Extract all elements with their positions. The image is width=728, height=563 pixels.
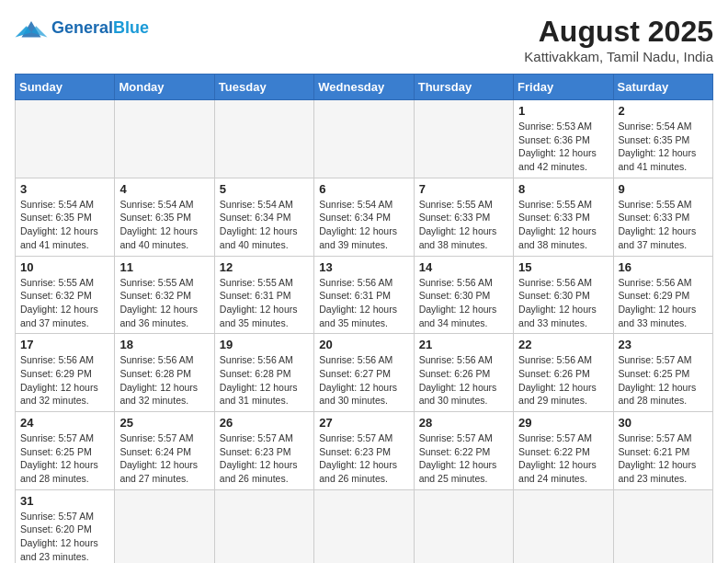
day-info: Sunrise: 5:57 AM Sunset: 6:23 PM Dayligh… [319,431,408,486]
col-saturday: Saturday [613,75,712,100]
table-row: 18Sunrise: 5:56 AM Sunset: 6:28 PM Dayli… [115,334,214,412]
day-info: Sunrise: 5:54 AM Sunset: 6:35 PM Dayligh… [20,198,109,252]
day-info: Sunrise: 5:55 AM Sunset: 6:33 PM Dayligh… [419,198,508,252]
table-row [115,100,214,178]
day-number: 9 [619,182,708,196]
day-number: 7 [419,182,508,196]
table-row: 31Sunrise: 5:57 AM Sunset: 6:20 PM Dayli… [16,489,115,563]
day-number: 5 [220,182,309,196]
day-info: Sunrise: 5:55 AM Sunset: 6:33 PM Dayligh… [619,198,708,252]
table-row: 11Sunrise: 5:55 AM Sunset: 6:32 PM Dayli… [115,256,214,334]
calendar-week-row: 31Sunrise: 5:57 AM Sunset: 6:20 PM Dayli… [16,489,713,563]
table-row [514,489,613,563]
day-number: 20 [319,338,408,351]
day-info: Sunrise: 5:56 AM Sunset: 6:29 PM Dayligh… [20,353,109,408]
day-info: Sunrise: 5:57 AM Sunset: 6:21 PM Dayligh… [619,431,708,486]
table-row: 20Sunrise: 5:56 AM Sunset: 6:27 PM Dayli… [314,334,414,412]
table-row: 8Sunrise: 5:55 AM Sunset: 6:33 PM Daylig… [514,178,613,256]
table-row [115,489,214,563]
day-info: Sunrise: 5:56 AM Sunset: 6:30 PM Dayligh… [419,276,508,330]
day-number: 16 [619,260,708,274]
day-number: 23 [619,338,708,351]
day-info: Sunrise: 5:57 AM Sunset: 6:20 PM Dayligh… [20,510,109,563]
table-row: 13Sunrise: 5:56 AM Sunset: 6:31 PM Dayli… [314,256,414,334]
table-row: 15Sunrise: 5:56 AM Sunset: 6:30 PM Dayli… [514,256,613,334]
table-row: 2Sunrise: 5:54 AM Sunset: 6:35 PM Daylig… [613,100,712,178]
day-info: Sunrise: 5:53 AM Sunset: 6:36 PM Dayligh… [518,120,608,174]
table-row: 16Sunrise: 5:56 AM Sunset: 6:29 PM Dayli… [613,256,712,334]
table-row [214,489,313,563]
table-row: 19Sunrise: 5:56 AM Sunset: 6:28 PM Dayli… [214,334,313,412]
calendar-table: Sunday Monday Tuesday Wednesday Thursday… [15,74,713,563]
day-info: Sunrise: 5:56 AM Sunset: 6:26 PM Dayligh… [518,353,608,408]
day-info: Sunrise: 5:57 AM Sunset: 6:25 PM Dayligh… [20,431,109,486]
table-row: 14Sunrise: 5:56 AM Sunset: 6:30 PM Dayli… [414,256,513,334]
table-row [16,100,115,178]
day-number: 24 [20,416,109,430]
day-info: Sunrise: 5:55 AM Sunset: 6:31 PM Dayligh… [220,276,309,330]
table-row: 9Sunrise: 5:55 AM Sunset: 6:33 PM Daylig… [613,178,712,256]
day-number: 14 [419,260,508,274]
table-row: 21Sunrise: 5:56 AM Sunset: 6:26 PM Dayli… [414,334,513,412]
day-number: 18 [119,338,209,351]
day-number: 25 [119,416,209,430]
day-number: 30 [619,416,708,430]
table-row: 25Sunrise: 5:57 AM Sunset: 6:24 PM Dayli… [115,412,214,490]
day-number: 17 [20,338,109,351]
table-row: 10Sunrise: 5:55 AM Sunset: 6:32 PM Dayli… [16,256,115,334]
table-row: 24Sunrise: 5:57 AM Sunset: 6:25 PM Dayli… [16,412,115,490]
calendar-week-row: 10Sunrise: 5:55 AM Sunset: 6:32 PM Dayli… [16,256,713,334]
logo: GeneralBlue [15,15,149,40]
table-row: 22Sunrise: 5:56 AM Sunset: 6:26 PM Dayli… [514,334,613,412]
day-number: 28 [419,416,508,430]
table-row [613,489,712,563]
table-row: 28Sunrise: 5:57 AM Sunset: 6:22 PM Dayli… [414,412,513,490]
day-number: 26 [220,416,309,430]
col-friday: Friday [514,75,613,100]
day-info: Sunrise: 5:57 AM Sunset: 6:25 PM Dayligh… [619,353,708,408]
day-number: 1 [518,104,608,118]
table-row: 26Sunrise: 5:57 AM Sunset: 6:23 PM Dayli… [214,412,313,490]
col-wednesday: Wednesday [314,75,414,100]
col-tuesday: Tuesday [214,75,313,100]
day-info: Sunrise: 5:54 AM Sunset: 6:34 PM Dayligh… [319,198,408,252]
table-row: 3Sunrise: 5:54 AM Sunset: 6:35 PM Daylig… [16,178,115,256]
day-number: 19 [220,338,309,351]
table-row: 12Sunrise: 5:55 AM Sunset: 6:31 PM Dayli… [214,256,313,334]
page-header: GeneralBlue August 2025 Kattivakkam, Tam… [15,15,713,64]
day-info: Sunrise: 5:56 AM Sunset: 6:31 PM Dayligh… [319,276,408,330]
day-number: 21 [419,338,508,351]
table-row: 27Sunrise: 5:57 AM Sunset: 6:23 PM Dayli… [314,412,414,490]
day-number: 11 [119,260,209,274]
day-info: Sunrise: 5:56 AM Sunset: 6:30 PM Dayligh… [518,276,608,330]
day-info: Sunrise: 5:55 AM Sunset: 6:32 PM Dayligh… [20,276,109,330]
day-info: Sunrise: 5:57 AM Sunset: 6:22 PM Dayligh… [518,431,608,486]
day-number: 29 [518,416,608,430]
day-number: 6 [319,182,408,196]
table-row [414,100,513,178]
day-number: 12 [220,260,309,274]
day-number: 10 [20,260,109,274]
day-info: Sunrise: 5:56 AM Sunset: 6:28 PM Dayligh… [119,353,209,408]
table-row: 30Sunrise: 5:57 AM Sunset: 6:21 PM Dayli… [613,412,712,490]
table-row: 29Sunrise: 5:57 AM Sunset: 6:22 PM Dayli… [514,412,613,490]
table-row: 5Sunrise: 5:54 AM Sunset: 6:34 PM Daylig… [214,178,313,256]
col-monday: Monday [115,75,214,100]
calendar-title: August 2025 [524,15,713,49]
day-info: Sunrise: 5:57 AM Sunset: 6:23 PM Dayligh… [220,431,309,486]
day-info: Sunrise: 5:56 AM Sunset: 6:27 PM Dayligh… [319,353,408,408]
table-row: 17Sunrise: 5:56 AM Sunset: 6:29 PM Dayli… [16,334,115,412]
logo-icon [15,15,48,40]
table-row: 23Sunrise: 5:57 AM Sunset: 6:25 PM Dayli… [613,334,712,412]
table-row [314,100,414,178]
table-row [214,100,313,178]
table-row: 7Sunrise: 5:55 AM Sunset: 6:33 PM Daylig… [414,178,513,256]
day-number: 4 [119,182,209,196]
calendar-subtitle: Kattivakkam, Tamil Nadu, India [524,49,713,64]
day-info: Sunrise: 5:54 AM Sunset: 6:34 PM Dayligh… [220,198,309,252]
day-info: Sunrise: 5:57 AM Sunset: 6:24 PM Dayligh… [119,431,209,486]
table-row [314,489,414,563]
day-number: 15 [518,260,608,274]
day-info: Sunrise: 5:55 AM Sunset: 6:32 PM Dayligh… [119,276,209,330]
calendar-header-row: Sunday Monday Tuesday Wednesday Thursday… [16,75,713,100]
